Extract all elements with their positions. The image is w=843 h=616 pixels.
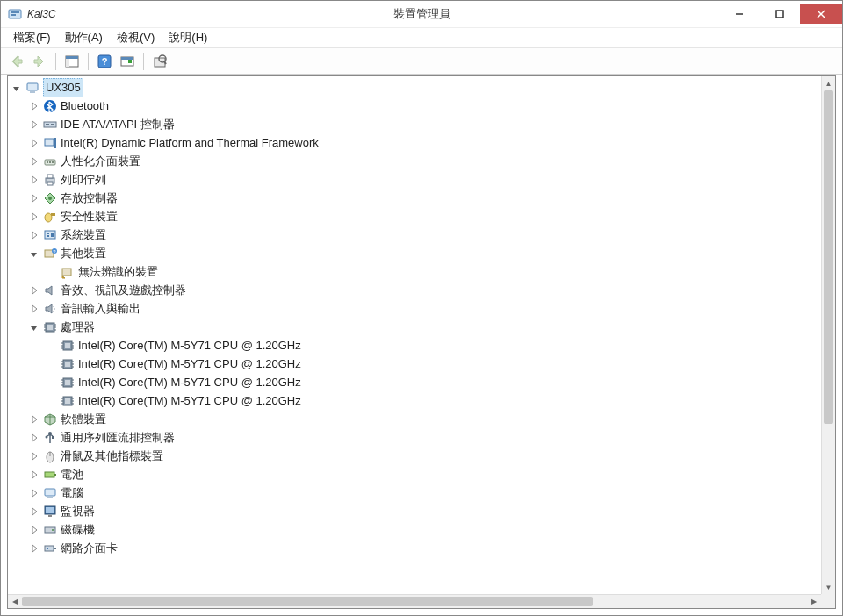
expander-collapsed[interactable] bbox=[29, 230, 40, 240]
system-device-icon bbox=[43, 228, 57, 242]
tree-item[interactable]: IDE ATA/ATAPI 控制器 bbox=[8, 115, 821, 133]
tree-root[interactable]: UX305 bbox=[8, 78, 821, 97]
expander-collapsed[interactable] bbox=[29, 119, 40, 130]
storage-controller-icon bbox=[43, 191, 57, 205]
tree-item[interactable]: 滑鼠及其他指標裝置 bbox=[8, 447, 821, 465]
expander-collapsed[interactable] bbox=[29, 543, 40, 554]
svg-rect-87 bbox=[52, 436, 54, 439]
tree-item[interactable]: 軟體裝置 bbox=[8, 410, 821, 428]
scroll-up-arrow[interactable]: ▲ bbox=[822, 76, 835, 90]
scan-hardware-button[interactable] bbox=[117, 51, 138, 72]
tree-item[interactable]: 監視器 bbox=[8, 502, 821, 520]
tree-item[interactable]: 磁碟機 bbox=[8, 520, 821, 539]
tree-child[interactable]: Intel(R) Core(TM) M-5Y71 CPU @ 1.20GHz bbox=[8, 391, 821, 410]
tree-child[interactable]: Intel(R) Core(TM) M-5Y71 CPU @ 1.20GHz bbox=[8, 336, 821, 355]
tree-item[interactable]: 人性化介面裝置 bbox=[8, 152, 821, 170]
svg-rect-14 bbox=[128, 60, 132, 63]
tree-child-label: Intel(R) Core(TM) M-5Y71 CPU @ 1.20GHz bbox=[78, 392, 301, 410]
tree-item[interactable]: 網路介面卡 bbox=[8, 539, 821, 557]
tree-item[interactable]: Bluetooth bbox=[8, 97, 821, 115]
tree-child[interactable]: Intel(R) Core(TM) M-5Y71 CPU @ 1.20GHz bbox=[8, 373, 821, 391]
tree-item[interactable]: 通用序列匯流排控制器 bbox=[8, 428, 821, 447]
expander-collapsed[interactable] bbox=[29, 488, 40, 498]
svg-rect-100 bbox=[54, 548, 56, 549]
expander-expanded[interactable] bbox=[11, 82, 22, 93]
svg-rect-37 bbox=[47, 233, 49, 234]
minimize-button[interactable] bbox=[719, 4, 760, 24]
svg-rect-96 bbox=[48, 515, 52, 517]
app-icon bbox=[8, 7, 22, 21]
tree-item[interactable]: 處理器 bbox=[8, 318, 821, 336]
tree-child-label: Intel(R) Core(TM) M-5Y71 CPU @ 1.20GHz bbox=[78, 337, 301, 355]
expander-collapsed[interactable] bbox=[29, 193, 40, 204]
tree-item[interactable]: 電池 bbox=[8, 465, 821, 483]
expander-collapsed[interactable] bbox=[29, 414, 40, 425]
expander-collapsed[interactable] bbox=[29, 175, 40, 185]
tree-item[interactable]: 系統裝置 bbox=[8, 226, 821, 244]
scroll-right-arrow[interactable]: ▶ bbox=[807, 595, 821, 608]
tree-item[interactable]: 安全性裝置 bbox=[8, 207, 821, 226]
thermal-icon bbox=[43, 136, 57, 150]
tree-item[interactable]: ?其他裝置 bbox=[8, 244, 821, 262]
tree-item[interactable]: Intel(R) Dynamic Platform and Thermal Fr… bbox=[8, 133, 821, 152]
tree-child[interactable]: !無法辨識的裝置 bbox=[8, 262, 821, 281]
tree-item-label: Bluetooth bbox=[61, 97, 109, 115]
expander-collapsed[interactable] bbox=[29, 156, 40, 167]
scroll-left-arrow[interactable]: ◀ bbox=[8, 595, 22, 608]
expander-expanded[interactable] bbox=[29, 248, 40, 259]
disk-drive-icon bbox=[43, 523, 57, 537]
tree-item-label: 存放控制器 bbox=[61, 190, 118, 207]
expander-collapsed[interactable] bbox=[29, 211, 40, 222]
tree-item-label: 通用序列匯流排控制器 bbox=[61, 429, 175, 447]
horizontal-scrollbar[interactable]: ◀ ▶ bbox=[8, 594, 821, 608]
expander-expanded[interactable] bbox=[29, 322, 40, 333]
expander-collapsed[interactable] bbox=[29, 433, 40, 443]
unknown-device-icon: ! bbox=[61, 265, 75, 279]
tree-item-label: 磁碟機 bbox=[61, 521, 95, 539]
tree-item[interactable]: 列印佇列 bbox=[8, 170, 821, 189]
properties-button[interactable] bbox=[149, 51, 170, 72]
help-button[interactable]: ? bbox=[94, 51, 115, 72]
tree-child[interactable]: Intel(R) Core(TM) M-5Y71 CPU @ 1.20GHz bbox=[8, 355, 821, 373]
menu-file[interactable]: 檔案(F) bbox=[6, 28, 58, 47]
scroll-thumb-v[interactable] bbox=[824, 90, 833, 424]
menu-view[interactable]: 檢視(V) bbox=[110, 28, 162, 47]
expander-collapsed[interactable] bbox=[29, 451, 40, 462]
expander-collapsed[interactable] bbox=[29, 525, 40, 535]
vertical-scrollbar[interactable]: ▲ ▼ bbox=[821, 76, 835, 594]
menu-help[interactable]: 說明(H) bbox=[162, 28, 214, 47]
svg-rect-78 bbox=[65, 398, 70, 404]
expander-collapsed[interactable] bbox=[29, 101, 40, 111]
svg-rect-70 bbox=[65, 380, 70, 385]
tree-child-label: 無法辨識的裝置 bbox=[78, 263, 158, 281]
app-name: Kai3C bbox=[27, 8, 56, 20]
tree-item[interactable]: 音訊輸入與輸出 bbox=[8, 299, 821, 318]
expander-collapsed[interactable] bbox=[29, 506, 40, 517]
toolbar: ? bbox=[1, 48, 842, 75]
svg-rect-35 bbox=[51, 213, 55, 216]
tree-item-label: 監視器 bbox=[61, 503, 95, 520]
titlebar: Kai3C 裝置管理員 bbox=[1, 1, 842, 27]
scroll-thumb-h[interactable] bbox=[22, 597, 593, 606]
tree-item[interactable]: 電腦 bbox=[8, 483, 821, 502]
maximize-button[interactable] bbox=[760, 4, 800, 24]
software-device-icon bbox=[43, 412, 57, 426]
show-hide-console-button[interactable] bbox=[61, 51, 83, 72]
tree-item-label: 滑鼠及其他指標裝置 bbox=[61, 448, 163, 465]
menubar: 檔案(F) 動作(A) 檢視(V) 說明(H) bbox=[1, 27, 842, 48]
svg-rect-4 bbox=[776, 11, 783, 18]
svg-text:?: ? bbox=[102, 56, 108, 67]
svg-rect-90 bbox=[45, 472, 54, 477]
expander-collapsed[interactable] bbox=[29, 285, 40, 296]
back-button[interactable] bbox=[6, 51, 27, 72]
toolbar-separator bbox=[143, 53, 144, 70]
tree-item[interactable]: 音效、視訊及遊戲控制器 bbox=[8, 281, 821, 299]
scroll-down-arrow[interactable]: ▼ bbox=[822, 580, 835, 594]
tree-item[interactable]: 存放控制器 bbox=[8, 189, 821, 207]
close-button[interactable] bbox=[800, 4, 842, 24]
menu-action[interactable]: 動作(A) bbox=[58, 28, 110, 47]
forward-button[interactable] bbox=[29, 51, 50, 72]
expander-collapsed[interactable] bbox=[29, 469, 40, 480]
expander-collapsed[interactable] bbox=[29, 138, 40, 148]
expander-collapsed[interactable] bbox=[29, 304, 40, 314]
